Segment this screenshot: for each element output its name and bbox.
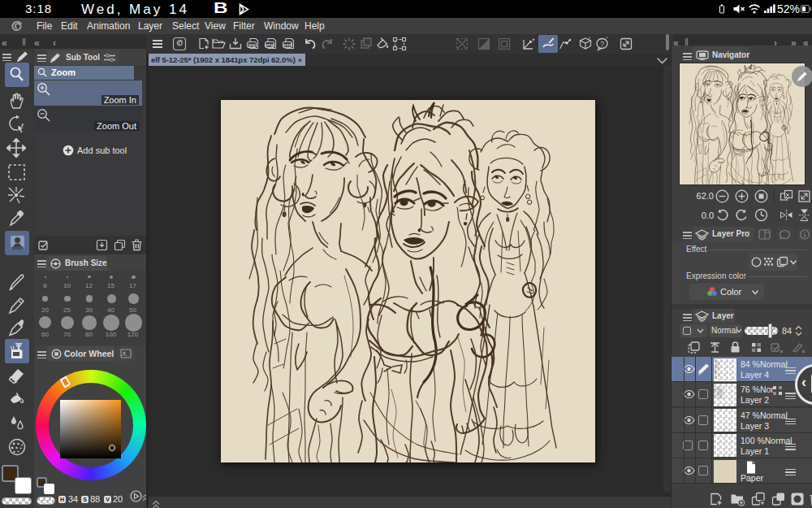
- svg-text:jpg: jpg: [248, 42, 256, 47]
- svg-text:png: png: [266, 42, 274, 47]
- svg-text:psd: psd: [283, 42, 292, 47]
- svg-text:?: ?: [600, 40, 604, 48]
